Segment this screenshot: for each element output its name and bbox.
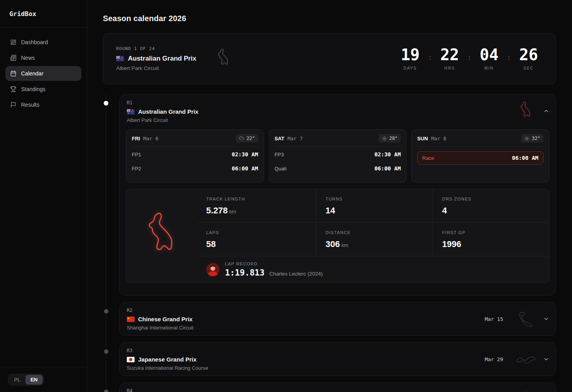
next-race-circuit: Albert Park Circuit [116,65,196,71]
stat-first-gp: FIRST GP 1996 [432,223,549,256]
next-race-info: ROUND 1 OF 24 Australian Grand Prix Albe… [116,46,196,71]
day-name: SUN [417,136,428,141]
australia-flag-icon [127,109,135,115]
session-row: FP1 02:30 AM [132,147,258,161]
sidebar-item-label: Calendar [21,70,43,77]
race-name: Chinese Grand Prix [138,316,192,322]
language-toggle: PL EN [8,374,44,386]
sun-icon [524,136,529,141]
temperature: 32° [532,136,540,141]
page-title: Season calendar 2026 [103,14,556,23]
sidebar-footer: PL EN [0,367,87,392]
session-row: FP3 02:30 AM [275,147,401,161]
race-header-r1[interactable]: R1 Australian Grand Prix [120,95,556,128]
flag-icon [10,102,16,108]
sidebar-item-label: News [21,55,35,61]
sidebar-item-results[interactable]: Results [5,97,81,112]
shanghai-track-outline [515,311,537,327]
day-date: Mar 8 [431,136,446,141]
language-option-en[interactable]: EN [25,375,43,385]
session-day-sunday: SUN Mar 8 32° [411,129,549,183]
lap-record: LAP RECORD 1:19.813 Charles Leclerc (202… [197,256,549,283]
day-name: SAT [275,136,284,141]
session-day-saturday: SAT Mar 7 28° [269,129,407,183]
chevron-up-icon[interactable] [543,108,549,114]
weather-badge: 28° [379,134,401,143]
chevron-down-icon[interactable] [543,356,549,362]
race-card-r4[interactable]: R4 Bahrain Grand Prix Apr 12 [119,383,556,392]
sidebar-item-dashboard[interactable]: Dashboard [5,35,81,50]
race-card-r3[interactable]: R3 Japanese Grand Prix Suzuka Internatio… [119,342,556,376]
next-race-countdown-card: ROUND 1 OF 24 Australian Grand Prix Albe… [103,33,556,84]
japan-flag-icon [127,357,135,362]
sidebar-item-label: Standings [21,86,45,92]
sun-icon [382,136,387,141]
day-date: Mar 7 [288,136,303,141]
china-flag-icon [127,317,135,322]
race-card-r1: R1 Australian Grand Prix [119,94,556,295]
stat-distance: DISTANCE 306km [316,223,432,256]
race-session-row: Race 06:00 AM [417,151,543,165]
lap-record-time: 1:19.813 [225,268,264,277]
stat-track-length: TRACK LENGTH 5.278km [197,189,316,223]
stat-turns: TURNS 14 [316,189,432,223]
rain-cloud-icon [239,136,244,141]
sidebar-item-label: Results [21,102,40,108]
suzuka-track-outline [515,354,537,365]
chevron-down-icon[interactable] [543,316,549,322]
countdown-hours: 22 HRS [437,47,462,70]
app-logo: GridBox [0,0,87,28]
race-name: Japanese Grand Prix [138,356,196,363]
timeline-line [106,94,106,392]
albert-park-track-map [126,189,197,283]
newspaper-icon [10,55,16,61]
driver-avatar [206,263,219,276]
timeline-dot [104,349,108,354]
sidebar-nav: Dashboard News Calendar Standings [0,28,87,120]
calendar-icon [10,70,16,77]
sidebar-item-calendar[interactable]: Calendar [5,66,81,81]
countdown-days: 19 DAYS [397,47,423,70]
race-card-r2[interactable]: R2 Chinese Grand Prix Shanghai Internati… [119,302,556,336]
albert-park-track-outline [515,101,537,121]
sidebar-item-news[interactable]: News [5,50,81,65]
countdown-separator: : [502,47,516,61]
next-race-name: Australian Grand Prix [128,55,196,63]
race-circuit: Albert Park Circuit [127,117,549,123]
timeline-dot-active [104,101,108,106]
dashboard-grid-icon [10,39,16,45]
lap-record-holder: Charles Leclerc (2024) [269,271,323,277]
session-row: FP2 06:00 AM [132,161,258,175]
timeline-dot [104,309,108,313]
round-number: R1 [127,100,549,106]
countdown-seconds: 26 SEC [516,47,541,70]
trophy-icon [10,86,16,92]
bahrain-track-outline [515,390,537,392]
race-countdown-timer: 19 DAYS : 22 HRS : 04 MIN : 26 SEC [397,47,541,70]
day-name: FRI [132,136,140,141]
day-date: Mar 6 [143,136,158,141]
session-row: Quali 06:00 AM [275,161,401,175]
countdown-separator: : [462,47,476,61]
session-day-friday: FRI Mar 6 22° FP1 [126,129,264,183]
weather-badge: 22° [236,134,258,143]
season-race-list: R1 Australian Grand Prix [103,94,556,392]
main-content: Season calendar 2026 ROUND 1 OF 24 A [87,0,572,392]
countdown-minutes: 04 MIN [476,47,502,70]
albert-park-track-outline [215,48,232,71]
weekend-sessions: FRI Mar 6 22° FP1 [126,129,549,183]
temperature: 22° [246,136,255,141]
weather-badge: 32° [521,134,543,143]
race-date: Mar 29 [485,356,503,362]
timeline-dot [104,390,108,392]
temperature: 28° [389,136,398,141]
circuit-stats-panel: TRACK LENGTH 5.278km TURNS 14 DRS ZONES … [126,189,549,283]
race-name: Australian Grand Prix [138,108,198,115]
sidebar-item-standings[interactable]: Standings [5,82,81,97]
stat-drs-zones: DRS ZONES 4 [432,189,549,223]
sidebar-item-label: Dashboard [21,39,48,45]
countdown-separator: : [423,47,437,61]
sidebar: GridBox Dashboard News Calendar [0,0,87,392]
round-label: ROUND 1 OF 24 [116,46,196,51]
language-option-pl[interactable]: PL [9,375,25,385]
